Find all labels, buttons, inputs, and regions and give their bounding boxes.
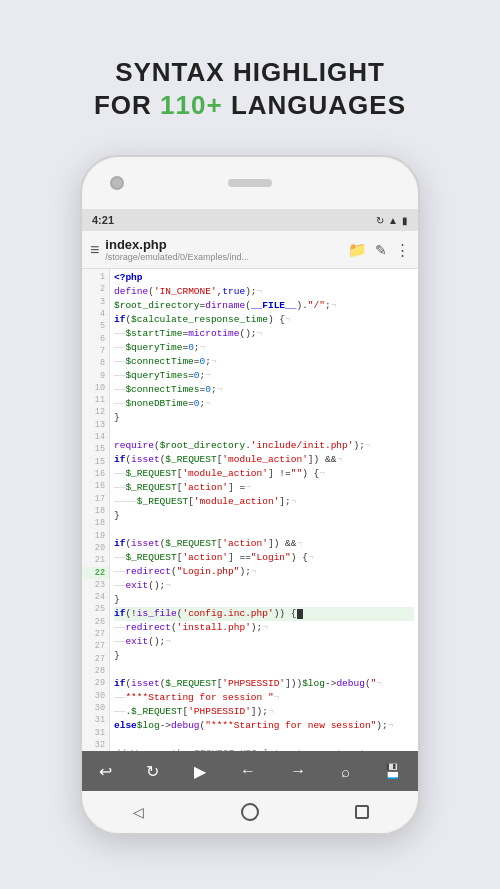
ln-26: 26 — [82, 616, 109, 628]
ln-10: 10 — [82, 382, 109, 394]
code-scroll: 1 2 3 4 5 6 7 8 9 10 11 12 13 14 15 15 1… — [82, 269, 418, 751]
battery-icon: ▮ — [402, 215, 408, 226]
ln-4: 4 — [82, 308, 109, 320]
toolbar: ≡ index.php /storage/emulated/0/Examples… — [82, 231, 418, 269]
ln-27a: 27 — [82, 628, 109, 640]
ln-28: 28 — [82, 665, 109, 677]
ln-22: 22 — [82, 567, 109, 579]
ln-20: 20 — [82, 542, 109, 554]
code-line-20: ——exit();¬ — [114, 579, 414, 593]
ln-30b: 30 — [82, 702, 109, 714]
code-line-2: define('IN_CRMONE', true);¬ — [114, 285, 414, 299]
code-line-10: ——$noneDBTime = 0;¬ — [114, 397, 414, 411]
phone-camera — [110, 176, 124, 190]
code-line-7: ——$connectTime = 0;¬ — [114, 355, 414, 369]
ln-16b: 16 — [82, 480, 109, 492]
code-line-3: $root_directory = dirname(__FILE__)."/";… — [114, 299, 414, 313]
code-line-21: } — [114, 593, 414, 607]
ln-14: 14 — [82, 431, 109, 443]
code-line-12 — [114, 425, 414, 439]
ln-15a: 15 — [82, 443, 109, 455]
code-line-29 — [114, 733, 414, 747]
ln-2: 2 — [82, 283, 109, 295]
sync-icon: ↻ — [376, 215, 384, 226]
code-line-1: <?php — [114, 271, 414, 285]
wifi-icon: ▲ — [388, 215, 398, 226]
ln-8: 8 — [82, 357, 109, 369]
code-line-9: ——$connectTimes = 0;¬ — [114, 383, 414, 397]
recents-icon — [355, 805, 369, 819]
android-home-button[interactable] — [239, 801, 261, 823]
back-button[interactable]: ← — [234, 758, 262, 784]
next-button[interactable]: → — [284, 758, 312, 784]
code-content: <?php define('IN_CRMONE', true);¬ $root_… — [110, 269, 418, 751]
toolbar-actions: 📁 ✎ ⋮ — [348, 241, 410, 259]
ln-5: 5 — [82, 320, 109, 332]
toolbar-title-area: index.php /storage/emulated/0/Examples/i… — [105, 237, 342, 262]
ln-25: 25 — [82, 603, 109, 615]
code-line-28: else $log->debug("****Starting for new s… — [114, 719, 414, 733]
ln-17: 17 — [82, 493, 109, 505]
ln-16a: 16 — [82, 468, 109, 480]
phone-top — [82, 157, 418, 209]
undo-button[interactable]: ↩ — [93, 758, 118, 785]
toolbar-filename: index.php — [105, 237, 342, 252]
edit-icon[interactable]: ✎ — [375, 242, 387, 258]
back-icon: ◁ — [133, 804, 144, 820]
header-highlight: 110+ — [160, 90, 223, 120]
code-line-27a: if (isset($_REQUEST['PHPSESSID'])) $log-… — [114, 677, 414, 691]
search-button[interactable]: ⌕ — [335, 759, 356, 784]
ln-31a: 31 — [82, 714, 109, 726]
more-icon[interactable]: ⋮ — [395, 241, 410, 259]
code-line-17 — [114, 523, 414, 537]
header-line1: SYNTAX HIGHLIGHT — [115, 57, 385, 87]
android-recents-button[interactable] — [351, 801, 373, 823]
header-line2-suffix: LANGUAGES — [223, 90, 406, 120]
header-line2-prefix: FOR — [94, 90, 160, 120]
redo-button[interactable]: ↻ — [140, 758, 165, 785]
status-bar: 4:21 ↻ ▲ ▮ — [82, 209, 418, 231]
save-button[interactable]: 💾 — [378, 759, 407, 783]
code-line-18b: ——$_REQUEST['action'] == "Login") {¬ — [114, 551, 414, 565]
forward-button[interactable]: ▶ — [188, 758, 212, 785]
code-line-15b: ——$_REQUEST['action'] =¬ — [114, 481, 414, 495]
code-line-27b: ——****Starting for session "¬ — [114, 691, 414, 705]
code-line-13: require($root_directory.'include/init.ph… — [114, 439, 414, 453]
code-line-25: } — [114, 649, 414, 663]
code-line-15a: ——$_REQUEST['module_action'] != "") {¬ — [114, 467, 414, 481]
phone-shell: 4:21 ↻ ▲ ▮ ≡ index.php /storage/emulated… — [80, 155, 420, 835]
code-line-16a: ————$_REQUEST['module_action'];¬ — [114, 495, 414, 509]
folder-icon[interactable]: 📁 — [348, 241, 367, 259]
line-numbers: 1 2 3 4 5 6 7 8 9 10 11 12 13 14 15 15 1… — [82, 269, 110, 751]
status-time: 4:21 — [92, 214, 114, 226]
ln-19: 19 — [82, 530, 109, 542]
ln-30a: 30 — [82, 690, 109, 702]
menu-icon[interactable]: ≡ — [90, 241, 99, 259]
ln-24: 24 — [82, 591, 109, 603]
editor-bottom-nav: ↩ ↻ ▶ ← → ⌕ 💾 — [82, 751, 418, 791]
header-section: SYNTAX HIGHLIGHT FOR 110+ LANGUAGES — [54, 0, 446, 155]
ln-12: 12 — [82, 406, 109, 418]
android-nav: ◁ — [82, 791, 418, 833]
code-line-22: if (!is_file('config.inc.php')) { — [114, 607, 414, 621]
ln-27b: 27 — [82, 640, 109, 652]
ln-32: 32 — [82, 739, 109, 751]
code-line-11: } — [114, 411, 414, 425]
toolbar-path: /storage/emulated/0/Examples/ind... — [105, 252, 342, 262]
code-line-6: ——$queryTime = 0;¬ — [114, 341, 414, 355]
ln-23: 23 — [82, 579, 109, 591]
code-line-4: if($calculate_response_time) {¬ — [114, 313, 414, 327]
phone-speaker — [228, 179, 272, 187]
code-line-5: ——$startTime = microtime();¬ — [114, 327, 414, 341]
ln-11: 11 — [82, 394, 109, 406]
ln-29: 29 — [82, 677, 109, 689]
header-title: SYNTAX HIGHLIGHT FOR 110+ LANGUAGES — [74, 28, 426, 139]
code-line-14: if(isset($_REQUEST['module_action']) &&¬ — [114, 453, 414, 467]
ln-18b: 18 — [82, 517, 109, 529]
code-area: 1 2 3 4 5 6 7 8 9 10 11 12 13 14 15 15 1… — [82, 269, 418, 751]
home-icon — [241, 803, 259, 821]
ln-13: 13 — [82, 419, 109, 431]
ln-15b: 15 — [82, 456, 109, 468]
status-icons: ↻ ▲ ▮ — [376, 215, 408, 226]
android-back-button[interactable]: ◁ — [127, 801, 149, 823]
